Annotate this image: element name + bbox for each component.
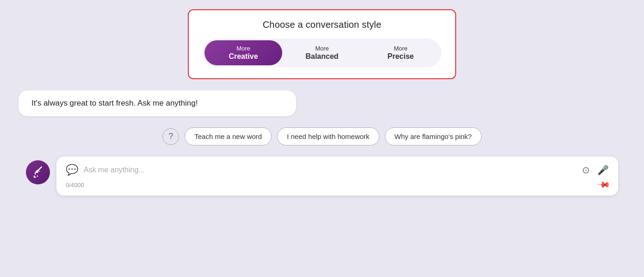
input-placeholder[interactable]: Ask me anything... <box>84 166 576 174</box>
suggestions-row: ? Teach me a new word I need help with h… <box>162 127 481 145</box>
precise-bottom-label: Precise <box>388 52 414 61</box>
suggestion-chip-2[interactable]: Why are flamingo's pink? <box>385 127 482 145</box>
pin-icon[interactable]: 📌 <box>596 177 611 192</box>
input-row: 💬 Ask me anything... ⊙ 🎤 <box>66 164 609 176</box>
broom-icon <box>31 166 44 179</box>
creative-top-label: More <box>236 45 250 52</box>
question-icon: ? <box>162 128 179 145</box>
camera-icon[interactable]: ⊙ <box>582 164 590 176</box>
chat-icon: 💬 <box>66 164 78 176</box>
balanced-bottom-label: Balanced <box>305 52 338 61</box>
input-actions: ⊙ 🎤 <box>582 164 609 176</box>
balanced-top-label: More <box>315 45 329 52</box>
style-buttons: More Creative More Balanced More Precise <box>203 38 441 67</box>
microphone-icon[interactable]: 🎤 <box>597 164 609 176</box>
suggestion-chip-1[interactable]: I need help with homework <box>277 127 379 145</box>
creative-bottom-label: Creative <box>229 52 258 61</box>
avatar-button[interactable] <box>26 160 50 184</box>
precise-top-label: More <box>394 45 408 52</box>
input-area-wrapper: 💬 Ask me anything... ⊙ 🎤 0/4000 📌 <box>26 157 618 195</box>
input-box: 💬 Ask me anything... ⊙ 🎤 0/4000 📌 <box>56 157 618 195</box>
conversation-style-title: Choose a conversation style <box>263 19 382 30</box>
conversation-style-card: Choose a conversation style More Creativ… <box>188 9 456 79</box>
input-footer: 0/4000 📌 <box>66 180 609 190</box>
welcome-message: It's always great to start fresh. Ask me… <box>19 90 296 116</box>
char-count: 0/4000 <box>66 182 84 189</box>
style-btn-balanced[interactable]: More Balanced <box>283 40 361 65</box>
style-btn-precise[interactable]: More Precise <box>362 40 440 65</box>
style-btn-creative[interactable]: More Creative <box>204 40 282 65</box>
suggestion-chip-0[interactable]: Teach me a new word <box>185 127 272 145</box>
